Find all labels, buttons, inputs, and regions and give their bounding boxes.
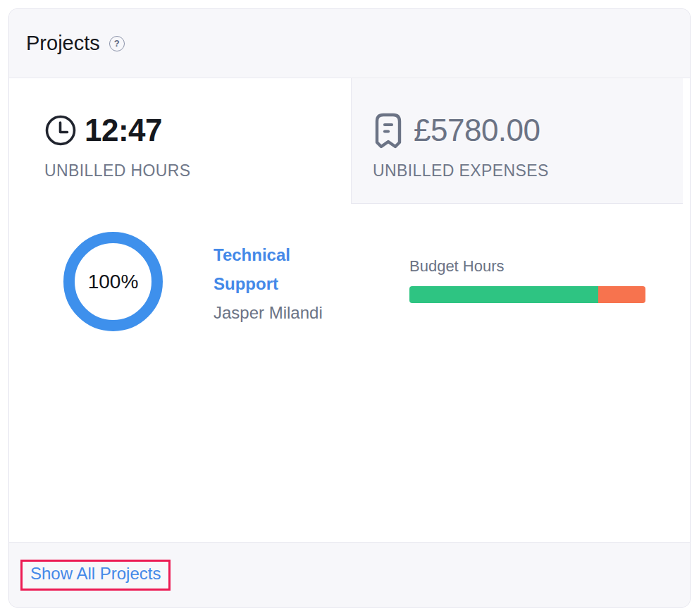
tab-unbilled-hours[interactable]: 12:47 UNBILLED HOURS	[9, 78, 351, 204]
help-icon-glyph: ?	[114, 38, 120, 49]
budget-label: Budget Hours	[409, 257, 645, 276]
card-footer: Show All Projects	[9, 542, 690, 607]
completion-ring: 100%	[63, 232, 163, 331]
summary-tabs: 12:47 UNBILLED HOURS £5780.00 UNBILLED E…	[9, 78, 690, 204]
annotation-highlight: Show All Projects	[20, 560, 171, 591]
budget-bar-over	[598, 286, 645, 303]
unbilled-expenses-value: £5780.00	[414, 113, 540, 148]
completion-percent: 100%	[88, 271, 139, 293]
budget-bar	[409, 286, 645, 303]
unbilled-expenses-label: UNBILLED EXPENSES	[373, 161, 683, 180]
project-info: Technical Support Jasper Milandi	[214, 240, 325, 331]
budget-section: Budget Hours	[409, 257, 645, 331]
show-all-projects-link[interactable]: Show All Projects	[30, 564, 161, 583]
project-name-link[interactable]: Technical Support	[214, 240, 325, 298]
unbilled-hours-value: 12:47	[85, 113, 162, 148]
projects-list: 100% Technical Support Jasper Milandi Bu…	[9, 204, 690, 542]
clock-icon	[44, 114, 77, 147]
projects-card: Projects ? 12:47 UNBILLED HOURS	[8, 8, 691, 608]
help-icon[interactable]: ?	[109, 36, 125, 51]
card-header: Projects ?	[9, 9, 690, 78]
card-title: Projects	[26, 32, 100, 55]
project-manager: Jasper Milandi	[214, 298, 325, 327]
budget-bar-used	[409, 286, 598, 303]
project-row: 100% Technical Support Jasper Milandi Bu…	[63, 232, 690, 331]
receipt-icon	[373, 111, 404, 150]
tab-unbilled-expenses[interactable]: £5780.00 UNBILLED EXPENSES	[351, 78, 683, 204]
unbilled-hours-label: UNBILLED HOURS	[44, 161, 351, 180]
